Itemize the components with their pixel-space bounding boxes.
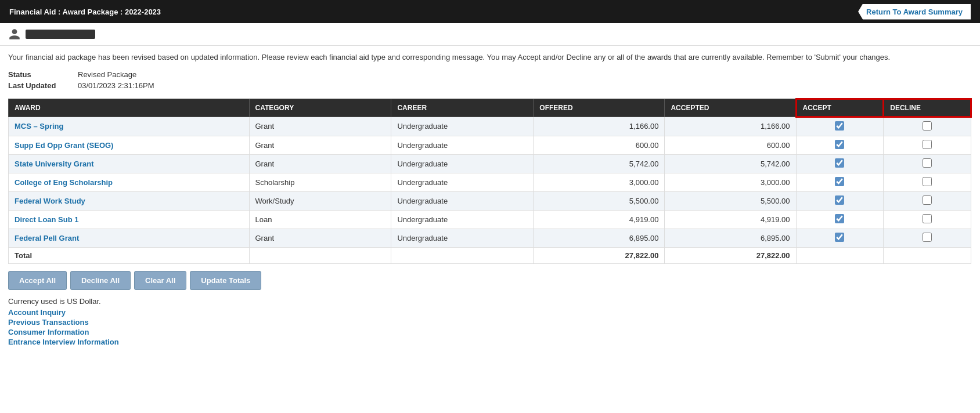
table-row: MCS – Spring Grant Undergraduate 1,166.0…	[9, 117, 971, 136]
award-table: AWARD CATEGORY CAREER OFFERED ACCEPTED A…	[8, 98, 972, 264]
accept-checkbox-cell[interactable]	[796, 154, 884, 173]
return-to-award-summary-button[interactable]: Return To Award Summary	[858, 4, 971, 20]
accepted-cell: 5,742.00	[665, 154, 796, 173]
accept-checkbox[interactable]	[835, 214, 844, 223]
decline-checkbox-cell[interactable]	[884, 229, 971, 247]
award-name-cell: State University Grant	[9, 154, 250, 173]
decline-checkbox-cell[interactable]	[884, 136, 971, 154]
award-name-cell: Federal Pell Grant	[9, 229, 250, 247]
accepted-cell: 4,919.00	[665, 210, 796, 229]
update-totals-button[interactable]: Update Totals	[190, 271, 261, 290]
accepted-cell: 5,500.00	[665, 191, 796, 210]
total-offered-cell: 27,822.00	[534, 247, 665, 263]
table-row: Federal Work Study Work/Study Undergradu…	[9, 191, 971, 210]
footer-link[interactable]: Entrance Interview Information	[8, 338, 972, 346]
accept-checkbox-cell[interactable]	[796, 210, 884, 229]
accepted-cell: 1,166.00	[665, 117, 796, 136]
total-category-cell	[249, 247, 391, 263]
decline-checkbox[interactable]	[923, 195, 932, 205]
accept-checkbox-cell[interactable]	[796, 136, 884, 154]
career-cell: Undergraduate	[391, 117, 534, 136]
accept-checkbox[interactable]	[835, 177, 844, 186]
accepted-cell: 600.00	[665, 136, 796, 154]
career-cell: Undergraduate	[391, 154, 534, 173]
award-link[interactable]: MCS – Spring	[15, 122, 64, 131]
award-link[interactable]: College of Eng Scholarship	[15, 178, 113, 187]
decline-checkbox[interactable]	[923, 214, 932, 223]
accept-checkbox[interactable]	[835, 121, 844, 131]
offered-cell: 5,500.00	[534, 191, 665, 210]
category-cell: Grant	[249, 117, 391, 136]
footer-link[interactable]: Account Inquiry	[8, 308, 972, 317]
accept-checkbox-cell[interactable]	[796, 173, 884, 191]
decline-checkbox[interactable]	[923, 140, 932, 149]
action-buttons-row: Accept All Decline All Clear All Update …	[8, 271, 972, 290]
status-value: Revised Package	[78, 70, 136, 79]
col-header-offered: OFFERED	[534, 99, 665, 117]
decline-checkbox-cell[interactable]	[884, 117, 971, 136]
decline-checkbox[interactable]	[923, 158, 932, 168]
accept-checkbox[interactable]	[835, 158, 844, 168]
category-cell: Scholarship	[249, 173, 391, 191]
award-link[interactable]: Federal Pell Grant	[15, 234, 79, 242]
clear-all-button[interactable]: Clear All	[134, 271, 186, 290]
career-cell: Undergraduate	[391, 173, 534, 191]
notice-text: Your financial aid package has been revi…	[8, 52, 972, 63]
total-decline-cell	[884, 247, 971, 263]
total-accepted-cell: 27,822.00	[665, 247, 796, 263]
table-row: College of Eng Scholarship Scholarship U…	[9, 173, 971, 191]
total-accept-cell	[796, 247, 884, 263]
decline-checkbox-cell[interactable]	[884, 173, 971, 191]
accept-checkbox-cell[interactable]	[796, 229, 884, 247]
offered-cell: 600.00	[534, 136, 665, 154]
footer-link[interactable]: Previous Transactions	[8, 318, 972, 327]
accept-all-button[interactable]: Accept All	[8, 271, 67, 290]
offered-cell: 5,742.00	[534, 154, 665, 173]
category-cell: Grant	[249, 136, 391, 154]
accepted-cell: 6,895.00	[665, 229, 796, 247]
award-link[interactable]: State University Grant	[15, 160, 94, 168]
accept-checkbox[interactable]	[835, 233, 844, 242]
decline-checkbox[interactable]	[923, 177, 932, 186]
decline-checkbox-cell[interactable]	[884, 191, 971, 210]
accept-checkbox-cell[interactable]	[796, 117, 884, 136]
category-cell: Grant	[249, 154, 391, 173]
status-label: Status	[8, 70, 78, 79]
accept-checkbox[interactable]	[835, 195, 844, 205]
footer-link[interactable]: Consumer Information	[8, 328, 972, 336]
career-cell: Undergraduate	[391, 229, 534, 247]
award-name-cell: MCS – Spring	[9, 117, 250, 136]
award-link[interactable]: Supp Ed Opp Grant (SEOG)	[15, 141, 113, 150]
total-career-cell	[391, 247, 534, 263]
award-name-cell: College of Eng Scholarship	[9, 173, 250, 191]
col-header-award: AWARD	[9, 99, 250, 117]
decline-checkbox-cell[interactable]	[884, 154, 971, 173]
accept-checkbox-cell[interactable]	[796, 191, 884, 210]
user-name	[26, 30, 95, 39]
user-row	[0, 23, 980, 46]
decline-checkbox-cell[interactable]	[884, 210, 971, 229]
total-label-cell: Total	[9, 247, 250, 263]
last-updated-label: Last Updated	[8, 81, 78, 90]
award-name-cell: Supp Ed Opp Grant (SEOG)	[9, 136, 250, 154]
currency-note: Currency used is US Dollar.	[8, 297, 972, 306]
table-header-row: AWARD CATEGORY CAREER OFFERED ACCEPTED A…	[9, 99, 971, 117]
career-cell: Undergraduate	[391, 210, 534, 229]
award-link[interactable]: Federal Work Study	[15, 197, 85, 205]
offered-cell: 4,919.00	[534, 210, 665, 229]
category-cell: Work/Study	[249, 191, 391, 210]
decline-checkbox[interactable]	[923, 233, 932, 242]
decline-checkbox[interactable]	[923, 121, 932, 131]
award-name-cell: Direct Loan Sub 1	[9, 210, 250, 229]
table-row: Federal Pell Grant Grant Undergraduate 6…	[9, 229, 971, 247]
header-title: Financial Aid : Award Package : 2022-202…	[9, 8, 161, 16]
col-header-accepted: ACCEPTED	[665, 99, 796, 117]
category-cell: Grant	[249, 229, 391, 247]
accepted-cell: 3,000.00	[665, 173, 796, 191]
table-row: Supp Ed Opp Grant (SEOG) Grant Undergrad…	[9, 136, 971, 154]
accept-checkbox[interactable]	[835, 140, 844, 149]
offered-cell: 6,895.00	[534, 229, 665, 247]
award-link[interactable]: Direct Loan Sub 1	[15, 215, 79, 224]
decline-all-button[interactable]: Decline All	[70, 271, 131, 290]
status-section: Status Revised Package Last Updated 03/0…	[8, 70, 972, 90]
